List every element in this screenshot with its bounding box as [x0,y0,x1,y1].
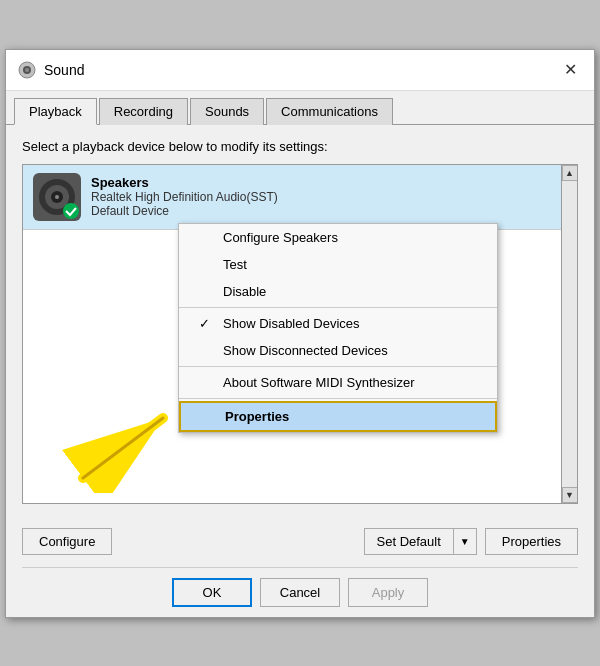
tabs-bar: Playback Recording Sounds Communications [6,91,594,125]
menu-item-disable[interactable]: Disable [179,278,497,305]
scrollbar-track[interactable] [562,181,577,487]
ok-button[interactable]: OK [172,578,252,607]
menu-separator-1 [179,307,497,308]
scrollbar[interactable]: ▲ ▼ [561,165,577,503]
menu-label-show-disabled: Show Disabled Devices [223,316,360,331]
tab-sounds[interactable]: Sounds [190,98,264,125]
menu-separator-2 [179,366,497,367]
mid-buttons: Configure Set Default ▼ Properties [22,528,578,555]
menu-item-show-disconnected[interactable]: Show Disconnected Devices [179,337,497,364]
menu-label-disable: Disable [223,284,266,299]
tab-content: Select a playback device below to modify… [6,125,594,518]
menu-item-about-midi[interactable]: About Software MIDI Synthesizer [179,369,497,396]
menu-label-test: Test [223,257,247,272]
window-title: Sound [44,62,84,78]
svg-point-7 [55,195,59,199]
close-button[interactable]: ✕ [558,58,582,82]
tab-communications[interactable]: Communications [266,98,393,125]
set-default-button[interactable]: Set Default [364,528,453,555]
context-menu: Configure Speakers Test Disable ✓ Show D… [178,223,498,433]
device-name: Speakers [91,175,567,190]
bottom-section: Configure Set Default ▼ Properties OK Ca… [6,518,594,617]
menu-label-about-midi: About Software MIDI Synthesizer [223,375,414,390]
cancel-button[interactable]: Cancel [260,578,340,607]
sound-icon [18,61,36,79]
menu-label-show-disconnected: Show Disconnected Devices [223,343,388,358]
tab-playback[interactable]: Playback [14,98,97,125]
tab-recording[interactable]: Recording [99,98,188,125]
dialog-buttons: OK Cancel Apply [22,567,578,607]
menu-item-show-disabled[interactable]: ✓ Show Disabled Devices [179,310,497,337]
scrollbar-up-button[interactable]: ▲ [562,165,578,181]
title-bar: Sound ✕ [6,50,594,91]
menu-item-properties[interactable]: Properties [179,401,497,432]
svg-point-2 [25,68,29,72]
device-info: Speakers Realtek High Definition Audio(S… [91,175,567,218]
menu-separator-3 [179,398,497,399]
device-item-speakers[interactable]: Speakers Realtek High Definition Audio(S… [23,165,577,230]
scrollbar-down-button[interactable]: ▼ [562,487,578,503]
menu-item-test[interactable]: Test [179,251,497,278]
check-show-disabled: ✓ [199,316,215,331]
device-status: Default Device [91,204,567,218]
speaker-icon [33,173,81,221]
menu-item-configure[interactable]: Configure Speakers [179,224,497,251]
set-default-dropdown[interactable]: ▼ [453,528,477,555]
apply-button[interactable]: Apply [348,578,428,607]
sound-dialog: Sound ✕ Playback Recording Sounds Commun… [5,49,595,618]
menu-label-properties: Properties [225,409,289,424]
menu-label-configure: Configure Speakers [223,230,338,245]
instruction-text: Select a playback device below to modify… [22,139,578,154]
device-driver: Realtek High Definition Audio(SST) [91,190,567,204]
device-list[interactable]: Speakers Realtek High Definition Audio(S… [22,164,578,504]
properties-button[interactable]: Properties [485,528,578,555]
set-default-split: Set Default ▼ [364,528,477,555]
title-bar-left: Sound [18,61,84,79]
svg-point-8 [63,203,79,219]
svg-line-10 [83,418,163,478]
svg-line-11 [83,418,163,478]
configure-button[interactable]: Configure [22,528,112,555]
